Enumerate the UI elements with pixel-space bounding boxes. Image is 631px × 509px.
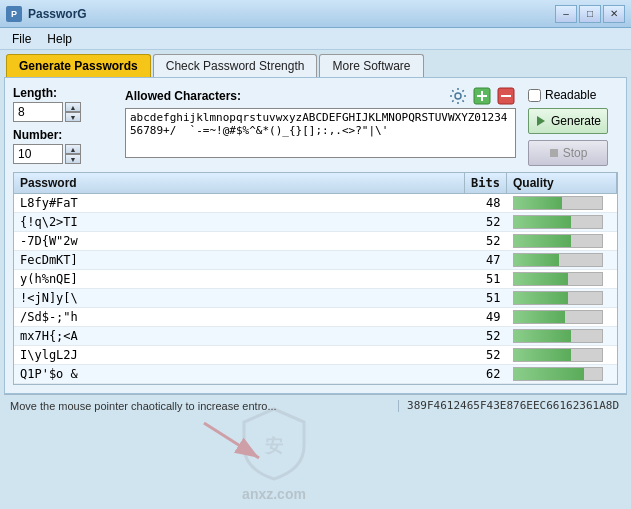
table-row[interactable]: I\ylgL2J52 [14, 346, 617, 365]
quality-bar-container [513, 253, 603, 267]
number-down[interactable]: ▼ [65, 154, 81, 164]
password-cell: y(h%nQE] [14, 270, 465, 289]
right-controls: Readable Generate Stop [528, 86, 618, 166]
quality-bar [514, 254, 560, 266]
bits-cell: 48 [465, 194, 507, 213]
close-button[interactable]: ✕ [603, 5, 625, 23]
quality-bar-container [513, 291, 603, 305]
tab-generate[interactable]: Generate Passwords [6, 54, 151, 77]
app-icon: P [6, 6, 22, 22]
table-row[interactable]: {!q\2>TI52 [14, 213, 617, 232]
password-cell: /Sd$-;"h [14, 308, 465, 327]
length-up[interactable]: ▲ [65, 102, 81, 112]
quality-cell [507, 270, 617, 289]
length-spinners: ▲ ▼ [65, 102, 81, 122]
menu-help[interactable]: Help [39, 30, 80, 48]
bits-cell: 52 [465, 346, 507, 365]
table-row[interactable]: !<jN]y[\51 [14, 289, 617, 308]
svg-rect-4 [550, 149, 558, 157]
status-left: Move the mouse pointer chaotically to in… [4, 400, 399, 412]
quality-cell [507, 251, 617, 270]
length-down[interactable]: ▼ [65, 112, 81, 122]
add-set-icon[interactable] [472, 86, 492, 106]
watermark-shield: 安 anxz.com [234, 404, 314, 502]
password-cell: Q1P'$o & [14, 365, 465, 384]
quality-bar [514, 330, 571, 342]
quality-bar-container [513, 310, 603, 324]
bits-cell: 51 [465, 270, 507, 289]
quality-bar-container [513, 367, 603, 381]
tabs-bar: Generate Passwords Check Password Streng… [0, 50, 631, 77]
bits-cell: 52 [465, 232, 507, 251]
password-cell: FecDmKT] [14, 251, 465, 270]
password-cell: {!q\2>TI [14, 213, 465, 232]
table-row[interactable]: L8fy#FaT48 [14, 194, 617, 213]
remove-set-icon[interactable] [496, 86, 516, 106]
top-controls: Length: ▲ ▼ Number: ▲ [13, 86, 618, 166]
svg-text:安: 安 [264, 435, 283, 456]
table-row[interactable]: -7D{W"2w52 [14, 232, 617, 251]
icon-row [448, 86, 516, 106]
minimize-button[interactable]: – [555, 5, 577, 23]
window-title: PassworG [28, 7, 87, 21]
number-spinners: ▲ ▼ [65, 144, 81, 164]
maximize-button[interactable]: □ [579, 5, 601, 23]
settings-icon[interactable] [448, 86, 468, 106]
password-table-container: Password Bits Quality L8fy#FaT48{!q\2>TI… [13, 172, 618, 385]
allowed-textarea[interactable]: abcdefghijklmnopqrstuvwxyzABCDEFGHIJKLMN… [125, 108, 516, 158]
quality-bar [514, 368, 584, 380]
allowed-section: Allowed Characters: [125, 86, 516, 158]
quality-bar-container [513, 215, 603, 229]
quality-bar-container [513, 196, 603, 210]
quality-cell [507, 289, 617, 308]
menu-file[interactable]: File [4, 30, 39, 48]
quality-bar [514, 349, 571, 361]
number-input[interactable] [13, 144, 63, 164]
length-input[interactable] [13, 102, 63, 122]
quality-cell [507, 346, 617, 365]
title-bar-left: P PassworG [6, 6, 87, 22]
quality-bar [514, 273, 569, 285]
col-password: Password [14, 173, 465, 194]
table-row[interactable]: Q1P'$o &62 [14, 365, 617, 384]
allowed-header: Allowed Characters: [125, 86, 516, 106]
number-label: Number: [13, 128, 113, 142]
bits-cell: 51 [465, 289, 507, 308]
svg-point-0 [455, 93, 461, 99]
number-up[interactable]: ▲ [65, 144, 81, 154]
table-header-row: Password Bits Quality [14, 173, 617, 194]
status-bar: Move the mouse pointer chaotically to in… [4, 394, 627, 416]
quality-bar-container [513, 329, 603, 343]
tab-check[interactable]: Check Password Strength [153, 54, 318, 77]
password-cell: I\ylgL2J [14, 346, 465, 365]
readable-checkbox[interactable] [528, 89, 541, 102]
table-row[interactable]: y(h%nQE]51 [14, 270, 617, 289]
bits-cell: 52 [465, 327, 507, 346]
arrow-overlay [194, 413, 274, 476]
generate-button[interactable]: Generate [528, 108, 608, 134]
tab-more[interactable]: More Software [319, 54, 423, 77]
status-right: 389F4612465F43E876EEC66162361A8D [399, 399, 627, 412]
number-spin: ▲ ▼ [13, 144, 113, 164]
bits-cell: 52 [465, 213, 507, 232]
table-row[interactable]: /Sd$-;"h49 [14, 308, 617, 327]
svg-line-7 [204, 423, 259, 458]
password-cell: !<jN]y[\ [14, 289, 465, 308]
length-label: Length: [13, 86, 113, 100]
stop-button[interactable]: Stop [528, 140, 608, 166]
bits-cell: 49 [465, 308, 507, 327]
quality-cell [507, 232, 617, 251]
main-content: Length: ▲ ▼ Number: ▲ [4, 77, 627, 394]
allowed-label: Allowed Characters: [125, 89, 241, 103]
quality-bar-container [513, 272, 603, 286]
quality-bar [514, 216, 571, 228]
quality-cell [507, 365, 617, 384]
quality-bar [514, 311, 565, 323]
quality-bar-container [513, 234, 603, 248]
table-row[interactable]: mx7H{;<A52 [14, 327, 617, 346]
readable-label: Readable [545, 88, 596, 102]
bits-cell: 62 [465, 365, 507, 384]
svg-marker-3 [537, 116, 545, 126]
password-table: Password Bits Quality L8fy#FaT48{!q\2>TI… [14, 173, 617, 384]
table-row[interactable]: FecDmKT]47 [14, 251, 617, 270]
